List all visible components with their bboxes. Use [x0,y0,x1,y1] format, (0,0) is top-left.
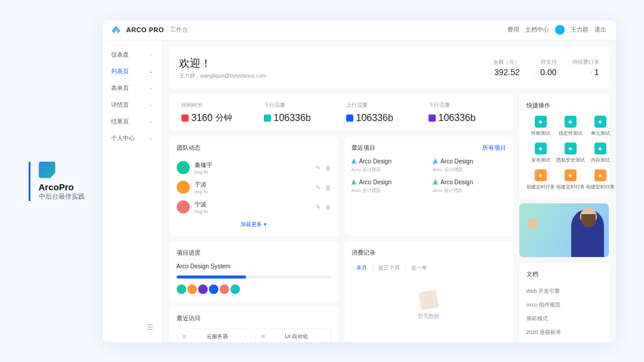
metric-item: 下行流量106336b [424,101,506,123]
sidebar-item[interactable]: 个人中心⌄ [103,130,162,147]
team-row: 宁波bug fix✎🗑 [177,197,331,217]
team-title: 团队动态 [177,144,201,152]
team-row: 秦臻宇bug fix✎🗑 [177,158,331,178]
metric-item: 转码时长3160 分钟 [177,101,259,123]
quick-action[interactable]: ◈创建定时任务 [556,169,585,190]
consume-title: 消费记录 [352,249,375,257]
welcome-stat: 余额（元）392.52 [489,58,520,77]
nav-fees[interactable]: 费用 [507,26,519,34]
sidebar-item[interactable]: 结果页⌄ [103,113,162,130]
avatar-icon [177,181,190,194]
consume-card: 消费记录 本月近三个月近一年 暂无数据 [344,242,513,342]
watermark-subtitle: 中后台最佳实践 [39,192,85,201]
brand-name: ARCO PRO [127,26,164,33]
watermark-title: ArcoPro [39,182,74,192]
empty-icon [418,290,439,310]
welcome-stat: 待支付0.00 [535,58,557,77]
quick-title: 快捷操作 [526,101,550,110]
recent-card: 最近访问 云服务器UI 自动化稳定性测试单元测试 [170,307,338,342]
project-item[interactable]: Arco DesignArco 设计团队 [352,158,425,173]
all-projects-link[interactable]: 所有项目 [482,144,506,152]
watermark-logo-icon [39,162,56,178]
doc-link[interactable]: 黑暗模式 [526,312,602,326]
empty-text: 暂无数据 [352,313,506,320]
nav-docs[interactable]: 文档中心 [525,26,549,34]
quick-action[interactable]: ◈内存测试 [586,143,615,163]
consume-tab[interactable]: 近一年 [406,263,432,273]
metric-item: 下行流量106336b [259,101,341,123]
recent-item[interactable]: 云服务器 [177,329,252,342]
brand-logo-icon [112,26,121,34]
quick-action[interactable]: ◈创建定时任务 [586,169,615,190]
illustration-card [519,203,609,257]
quick-action[interactable]: ◈发布测试 [526,143,555,163]
progress-avatars [177,284,331,294]
welcome-stat: 待续费订单1 [572,58,599,77]
doc-link[interactable]: Arco 组件规范 [526,298,602,312]
avatar-icon [177,200,190,214]
welcome-panel: 欢迎！ 王力群，wangliqun@bytedance.com 余额（元）392… [170,48,609,88]
product-watermark: ArcoPro 中后台最佳实践 [29,162,85,201]
metric-item: 上行流量106336b [341,101,424,123]
avatar-icon [177,161,190,174]
welcome-title: 欢迎！ [179,56,267,70]
project-item[interactable]: Arco DesignArco 设计团队 [433,158,506,173]
sidebar-item[interactable]: 详情页⌄ [103,97,162,113]
quick-action[interactable]: ◈创建定时任务 [526,169,555,190]
quick-action[interactable]: ◈隐私安全测试 [556,143,585,163]
progress-bar [177,276,331,279]
edit-icon[interactable]: ✎ [316,165,321,171]
team-card: 团队动态 秦臻宇bug fix✎🗑于涛bug fix✎🗑宁波bug fix✎🗑 … [170,137,338,236]
edit-icon[interactable]: ✎ [316,184,321,191]
doc-link[interactable]: Web 开发引擎 [526,284,602,298]
quick-action[interactable]: ◈单元测试 [586,116,615,137]
doc-link[interactable]: 2020 退税标准 [526,326,602,339]
sidebar-fold-icon[interactable]: ☰ [138,318,162,336]
load-more-link[interactable]: 加载更多 ▾ [177,221,331,228]
app-window: ARCO PRO 工作台 费用 文档中心 王力群 退出 仪表盘⌄列表页⌄表单页⌄… [103,20,616,342]
projects-title: 最近项目 [352,144,375,152]
project-item[interactable]: Arco DesignArco 设计团队 [433,179,506,194]
delete-icon[interactable]: 🗑 [325,184,331,191]
progress-project: Arco Design System [177,263,331,270]
progress-card: 项目进度 Arco Design System [170,242,338,301]
project-item[interactable]: Arco DesignArco 设计团队 [352,179,425,194]
delete-icon[interactable]: 🗑 [325,204,331,211]
quick-action[interactable]: ◈稳定性测试 [556,116,585,137]
docs-title: 文档 [526,270,538,279]
delete-icon[interactable]: 🗑 [325,165,331,171]
recent-title: 最近访问 [177,314,201,323]
nav-workspace[interactable]: 工作台 [170,26,188,34]
consume-tab[interactable]: 本月 [352,263,372,273]
topbar: ARCO PRO 工作台 费用 文档中心 王力群 退出 [103,20,616,41]
user-name[interactable]: 王力群 [571,26,588,34]
quick-actions-card: 快捷操作 ◈性能测试◈稳定性测试◈单元测试◈发布测试◈隐私安全测试◈内存测试◈创… [519,94,609,197]
projects-card: 最近项目 所有项目 Arco DesignArco 设计团队Arco Desig… [344,137,513,236]
docs-card: 文档 Web 开发引擎Arco 组件规范黑暗模式2020 退税标准 [519,263,609,342]
metrics-card: 转码时长3160 分钟下行流量106336b 上行流量106336b 下行流量1… [170,94,513,131]
recent-item[interactable]: UI 自动化 [255,329,331,342]
user-avatar-icon[interactable] [555,25,565,35]
consume-tab[interactable]: 近三个月 [373,263,405,273]
main-content: 欢迎！ 王力群，wangliqun@bytedance.com 余额（元）392… [162,41,616,342]
team-row: 于涛bug fix✎🗑 [177,178,331,197]
sidebar-item[interactable]: 表单页⌄ [103,80,162,97]
logout-link[interactable]: 退出 [594,26,606,34]
welcome-email: 王力群，wangliqun@bytedance.com [179,72,267,80]
quick-action[interactable]: ◈性能测试 [526,116,555,137]
sidebar-item[interactable]: 仪表盘⌄ [103,47,162,63]
sidebar-item[interactable]: 列表页⌄ [103,63,162,80]
sidebar: 仪表盘⌄列表页⌄表单页⌄详情页⌄结果页⌄个人中心⌄ ☰ [103,41,162,342]
progress-title: 项目进度 [177,249,201,257]
edit-icon[interactable]: ✎ [316,204,321,211]
empty-state: 暂无数据 [352,279,506,332]
